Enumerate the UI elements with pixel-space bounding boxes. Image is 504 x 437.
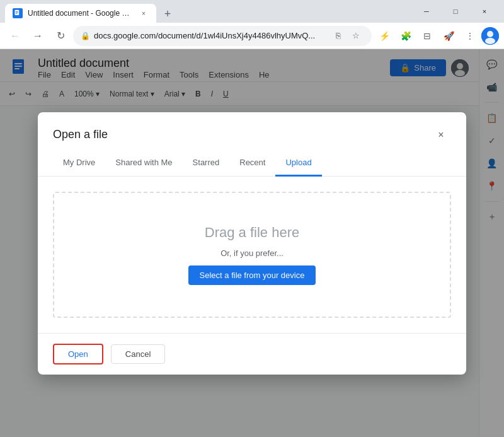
active-tab[interactable]: Untitled document - Google Do... × [5,4,156,23]
back-button[interactable]: ← [5,26,25,46]
address-bar: ← → ↻ 🔒 docs.google.com/document/d/1wl4i… [0,23,504,49]
lock-icon: 🔒 [81,32,90,40]
tab-title: Untitled document - Google Do... [28,9,134,18]
tab-recent[interactable]: Recent [229,150,275,177]
bookmark-icon[interactable]: ☆ [348,28,364,44]
tab-shared-with-me[interactable]: Shared with Me [105,150,182,177]
tab-my-drive[interactable]: My Drive [53,150,105,177]
upload-sub-text: Or, if you prefer... [220,248,284,258]
dialog-title: Open a file [53,128,108,141]
select-file-button[interactable]: Select a file from your device [188,265,316,285]
svg-point-6 [485,38,495,44]
puzzle-icon[interactable]: 🧩 [396,26,416,46]
svg-rect-1 [16,11,18,12]
extensions-icon[interactable]: ⚡ [374,26,394,46]
cancel-button[interactable]: Cancel [111,344,165,364]
title-bar: Untitled document - Google Do... × + ─ □… [0,0,504,23]
new-tab-button[interactable]: + [159,5,176,23]
window-controls: ─ □ × [412,1,499,21]
open-file-dialog: Open a file × My Drive Shared with Me St… [38,112,466,375]
maximize-button[interactable]: □ [441,1,470,21]
sidebar-toggle-icon[interactable]: ⊟ [417,26,437,46]
tab-upload[interactable]: Upload [275,150,321,177]
open-button[interactable]: Open [53,344,103,364]
modal-overlay: Open a file × My Drive Shared with Me St… [0,49,504,437]
speedometer-icon[interactable]: 🚀 [438,26,459,46]
browser-toolbar: ⚡ 🧩 ⊟ 🚀 ⋮ [374,26,499,46]
share-url-icon[interactable]: ⎘ [330,28,346,44]
svg-point-5 [487,31,493,37]
dialog-header: Open a file × [38,112,466,145]
minimize-button[interactable]: ─ [412,1,441,21]
forward-button[interactable]: → [28,26,48,46]
url-actions: ⎘ ☆ [330,28,364,44]
dialog-tabs: My Drive Shared with Me Starred Recent U… [38,150,466,177]
reload-button[interactable]: ↻ [50,26,71,46]
profile-avatar[interactable] [481,27,499,45]
menu-icon[interactable]: ⋮ [460,26,480,46]
svg-rect-2 [16,13,18,13]
tab-starred[interactable]: Starred [183,150,230,177]
url-bar[interactable]: 🔒 docs.google.com/document/d/1wl4iUnsXj4… [73,26,372,46]
close-window-button[interactable]: × [470,1,499,21]
dialog-body: Drag a file here Or, if you prefer... Se… [38,177,466,333]
tab-close-btn[interactable]: × [139,8,149,18]
svg-rect-3 [16,13,17,14]
upload-drop-zone[interactable]: Drag a file here Or, if you prefer... Se… [53,192,451,318]
dialog-close-button[interactable]: × [431,125,451,145]
page-content: Untitled document File Edit View Insert … [0,49,504,437]
url-text: docs.google.com/document/d/1wl4iUnsXj4y4… [94,31,326,40]
tab-favicon [13,8,23,18]
dialog-footer: Open Cancel [38,333,466,375]
upload-main-text: Drag a file here [205,224,299,241]
tab-bar: Untitled document - Google Do... × + [5,0,412,23]
